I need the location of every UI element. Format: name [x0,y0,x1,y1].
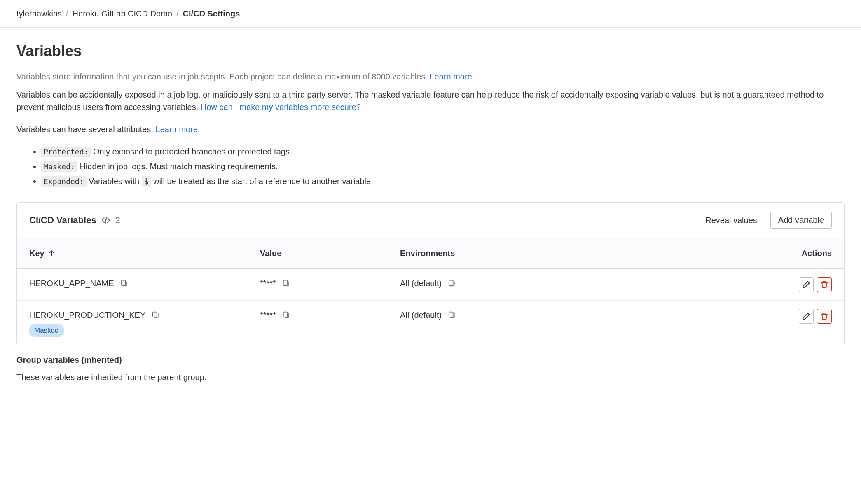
table-header: Key Value Environments Actions [17,238,844,269]
attribute-tag: Protected: [41,147,91,157]
attributes-list: Protected: Only exposed to protected bra… [41,145,845,187]
code-icon [101,216,110,225]
variable-environment: All (default) [400,309,442,321]
variable-key: HEROKU_PRODUCTION_KEY [29,309,145,321]
description-attributes: Variables can have several attributes. L… [16,123,845,135]
variables-card: CI/CD Variables 2 Reveal values Add vari… [16,202,845,345]
column-header-actions: Actions [782,247,832,259]
cell-key: HEROKU_APP_NAME [29,277,252,289]
attribute-text: will be treated as the start of a refere… [151,177,373,186]
breadcrumb-separator: / [176,7,179,20]
cell-value: ***** [260,309,392,321]
description-warning: Variables can be accidentally exposed in… [16,89,845,113]
table-row: HEROKU_APP_NAME*****All (default) [17,269,844,301]
attribute-tag: Masked: [41,161,77,172]
breadcrumb-item-current: CI/CD Settings [182,7,240,20]
attribute-tag: Expanded: [41,176,87,187]
breadcrumb-item[interactable]: Heroku GitLab CICD Demo [73,7,172,20]
attribute-text: Only exposed to protected branches or pr… [91,147,292,156]
sort-ascending-icon [48,250,55,257]
variable-value: ***** [260,309,276,321]
page-content: Variables Variables store information th… [0,28,861,396]
copy-icon[interactable] [282,311,290,319]
group-variables-title: Group variables (inherited) [16,354,845,366]
cell-key: HEROKU_PRODUCTION_KEYMasked [29,309,252,337]
cell-value: ***** [260,277,392,289]
variable-value: ***** [260,277,276,289]
learn-more-link[interactable]: Learn more. [156,125,200,134]
breadcrumb: tylerhawkins / Heroku GitLab CICD Demo /… [0,0,861,28]
svg-rect-6 [283,312,288,317]
group-variables-text: These variables are inherited from the p… [16,371,845,383]
secure-variables-link[interactable]: How can I make my variables more secure? [201,103,361,112]
edit-button[interactable] [799,309,814,324]
copy-icon[interactable] [282,279,290,287]
attribute-item: Expanded: Variables with $ will be treat… [41,175,845,187]
card-header: CI/CD Variables 2 Reveal values Add vari… [17,203,844,238]
svg-rect-7 [449,312,453,317]
svg-rect-4 [449,280,453,286]
cell-actions [782,277,832,292]
delete-button[interactable] [817,277,832,292]
svg-line-0 [105,217,106,223]
copy-icon[interactable] [447,279,456,287]
breadcrumb-separator: / [66,7,68,20]
page-title: Variables [16,40,845,62]
learn-more-link[interactable]: Learn more. [430,72,474,81]
column-label: Key [29,247,44,259]
copy-icon[interactable] [151,311,159,319]
variables-count: 2 [115,213,120,227]
svg-rect-5 [153,312,157,317]
column-header-value: Value [260,247,392,259]
reveal-values-button[interactable]: Reveal values [705,214,757,226]
card-title: CI/CD Variables [29,213,96,227]
variable-environment: All (default) [400,277,442,289]
edit-button[interactable] [799,277,814,292]
description-text: Variables can be accidentally exposed in… [16,90,824,112]
variable-key: HEROKU_APP_NAME [29,277,114,289]
dollar-code: $ [142,176,151,187]
attribute-text: Hidden in job logs. Must match masking r… [77,162,278,171]
copy-icon[interactable] [120,279,128,287]
table-row: HEROKU_PRODUCTION_KEYMasked*****All (def… [17,301,844,345]
description-intro: Variables store information that you can… [16,70,845,83]
column-header-environments: Environments [400,247,774,259]
delete-button[interactable] [817,309,832,324]
attribute-text: Variables with [87,177,142,186]
column-header-key[interactable]: Key [29,247,252,259]
description-text: Variables can have several attributes. [16,125,156,134]
add-variable-button[interactable]: Add variable [770,212,832,229]
attribute-item: Masked: Hidden in job logs. Must match m… [41,160,845,173]
copy-icon[interactable] [447,311,456,319]
breadcrumb-item[interactable]: tylerhawkins [16,7,62,20]
attribute-item: Protected: Only exposed to protected bra… [41,145,845,158]
cell-environments: All (default) [400,309,774,321]
svg-rect-3 [283,280,288,286]
svg-rect-2 [121,280,125,286]
cell-environments: All (default) [400,277,774,289]
description-text: Variables store information that you can… [16,72,430,81]
badge-masked: Masked [29,324,64,337]
cell-actions [782,309,832,324]
